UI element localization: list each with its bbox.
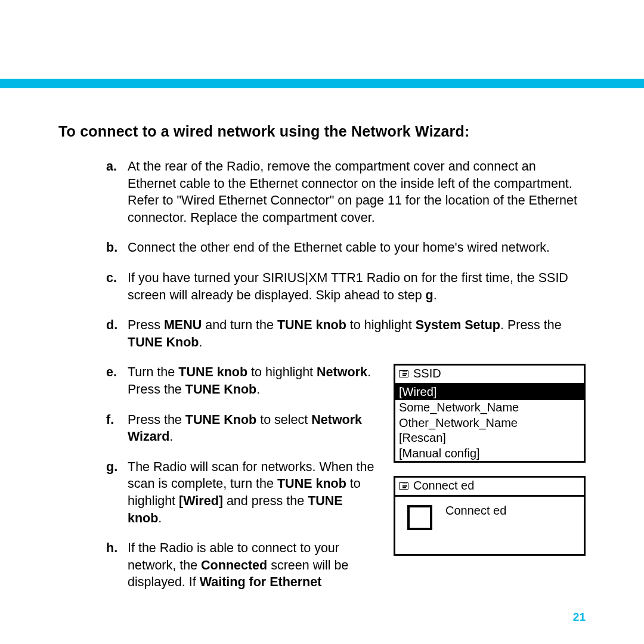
step-text: Press the TUNE Knob to select Network Wi… xyxy=(128,413,362,444)
connected-status-text: Connect ed xyxy=(445,504,506,518)
step-c: c. If you have turned your SIRIUS|XM TTR… xyxy=(106,270,586,304)
step-marker: b. xyxy=(106,239,117,256)
ssid-row-network[interactable]: Other_Network_Name xyxy=(395,416,584,431)
step-marker: f. xyxy=(106,411,114,429)
ssid-row-wired[interactable]: [Wired] xyxy=(395,385,584,400)
list-icon xyxy=(399,482,408,490)
step-b: b. Connect the other end of the Ethernet… xyxy=(106,239,586,256)
left-column: e. Turn the TUNE knob to highlight Netwo… xyxy=(58,364,376,604)
screen-title: SSID xyxy=(413,367,441,380)
steps-list: a. At the rear of the Radio, remove the … xyxy=(58,158,586,351)
step-h: h. If the Radio is able to connect to yo… xyxy=(106,540,376,591)
step-marker: e. xyxy=(106,364,117,381)
ssid-screen: SSID [Wired] Some_Network_Name Other_Net… xyxy=(394,364,586,463)
connected-screen: Connect ed Connect ed xyxy=(394,476,586,556)
step-marker: a. xyxy=(106,158,117,175)
step-e: e. Turn the TUNE knob to highlight Netwo… xyxy=(106,364,376,398)
step-text: Connect the other end of the Ethernet ca… xyxy=(128,240,550,255)
list-icon xyxy=(399,370,408,377)
step-text: At the rear of the Radio, remove the com… xyxy=(128,159,577,225)
step-text: The Radio will scan for networks. When t… xyxy=(128,460,374,525)
screen-title: Connect ed xyxy=(413,479,474,493)
screen-header: SSID xyxy=(395,366,584,385)
ssid-row-network[interactable]: Some_Network_Name xyxy=(395,400,584,416)
step-marker: c. xyxy=(106,270,117,287)
accent-bar xyxy=(0,79,644,88)
content-area: To connect to a wired network using the … xyxy=(58,123,586,604)
two-column-region: e. Turn the TUNE knob to highlight Netwo… xyxy=(58,364,586,604)
step-marker: g. xyxy=(106,459,117,476)
step-d: d. Press MENU and turn the TUNE knob to … xyxy=(106,317,586,351)
step-text: Turn the TUNE knob to highlight Network.… xyxy=(128,365,371,397)
ssid-screen-body: [Wired] Some_Network_Name Other_Network_… xyxy=(395,385,584,461)
ssid-row-manual-config[interactable]: [Manual config] xyxy=(395,446,584,462)
step-a: a. At the rear of the Radio, remove the … xyxy=(106,158,586,226)
ssid-row-rescan[interactable]: [Rescan] xyxy=(395,431,584,446)
section-heading: To connect to a wired network using the … xyxy=(58,123,586,140)
step-g: g. The Radio will scan for networks. Whe… xyxy=(106,459,376,527)
screen-header: Connect ed xyxy=(395,478,584,497)
steps-list-continued: e. Turn the TUNE knob to highlight Netwo… xyxy=(58,364,376,591)
manual-page: To connect to a wired network using the … xyxy=(0,0,644,644)
page-number: 21 xyxy=(573,611,586,624)
status-square-icon xyxy=(407,505,432,530)
step-text: If the Radio is able to connect to your … xyxy=(128,541,348,589)
step-marker: h. xyxy=(106,540,117,557)
step-text: If you have turned your SIRIUS|XM TTR1 R… xyxy=(128,271,568,302)
step-f: f. Press the TUNE Knob to select Network… xyxy=(106,411,376,445)
right-column: SSID [Wired] Some_Network_Name Other_Net… xyxy=(394,364,586,604)
step-marker: d. xyxy=(106,317,117,334)
step-text: Press MENU and turn the TUNE knob to hig… xyxy=(128,318,562,349)
connected-screen-body: Connect ed xyxy=(395,497,584,554)
